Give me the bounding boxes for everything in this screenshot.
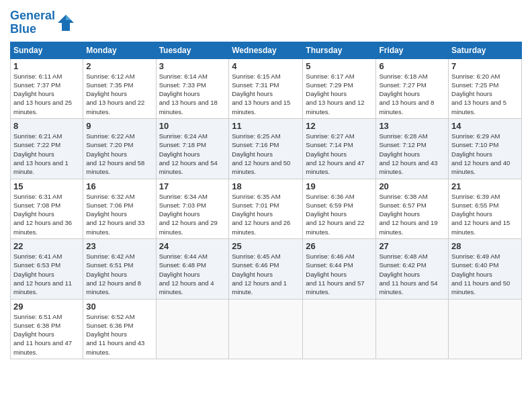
calendar-week-1: 1Sunrise: 6:11 AMSunset: 7:37 PMDaylight… — [11, 58, 522, 118]
day-info: Sunrise: 6:15 AMSunset: 7:31 PMDaylight … — [232, 72, 300, 116]
calendar-cell: 11Sunrise: 6:25 AMSunset: 7:16 PMDayligh… — [229, 119, 303, 179]
calendar-cell — [449, 299, 522, 359]
day-info: Sunrise: 6:11 AMSunset: 7:37 PMDaylight … — [13, 72, 80, 116]
day-number: 27 — [379, 241, 445, 251]
day-info: Sunrise: 6:51 AMSunset: 6:38 PMDaylight … — [13, 312, 80, 357]
logo-text: General — [10, 9, 55, 23]
day-info: Sunrise: 6:24 AMSunset: 7:18 PMDaylight … — [159, 132, 226, 176]
day-number: 5 — [306, 61, 373, 71]
day-info: Sunrise: 6:46 AMSunset: 6:44 PMDaylight … — [306, 252, 373, 296]
day-info: Sunrise: 6:18 AMSunset: 7:27 PMDaylight … — [379, 72, 445, 116]
calendar-cell: 29Sunrise: 6:51 AMSunset: 6:38 PMDayligh… — [11, 299, 83, 359]
calendar-cell: 1Sunrise: 6:11 AMSunset: 7:37 PMDaylight… — [11, 58, 83, 118]
day-info: Sunrise: 6:42 AMSunset: 6:51 PMDaylight … — [86, 252, 152, 296]
day-number: 18 — [232, 181, 300, 191]
calendar-cell: 24Sunrise: 6:44 AMSunset: 6:48 PMDayligh… — [156, 239, 229, 299]
calendar-cell: 25Sunrise: 6:45 AMSunset: 6:46 PMDayligh… — [229, 239, 303, 299]
calendar-cell: 12Sunrise: 6:27 AMSunset: 7:14 PMDayligh… — [303, 119, 376, 179]
day-info: Sunrise: 6:49 AMSunset: 6:40 PMDaylight … — [451, 252, 519, 296]
day-number: 13 — [379, 121, 445, 131]
day-number: 8 — [13, 121, 80, 131]
calendar-header-thursday: Thursday — [303, 42, 376, 58]
logo-blue: Blue — [10, 23, 55, 36]
day-number: 7 — [451, 61, 519, 71]
calendar-cell: 10Sunrise: 6:24 AMSunset: 7:18 PMDayligh… — [156, 119, 229, 179]
day-info: Sunrise: 6:41 AMSunset: 6:53 PMDaylight … — [13, 252, 80, 296]
calendar-header-saturday: Saturday — [449, 42, 522, 58]
calendar-cell — [156, 299, 229, 359]
day-info: Sunrise: 6:21 AMSunset: 7:22 PMDaylight … — [13, 132, 80, 176]
calendar-cell: 21Sunrise: 6:39 AMSunset: 6:55 PMDayligh… — [449, 179, 522, 238]
page: General Blue SundayMondayTuesdayWednesda… — [0, 0, 532, 411]
calendar-cell: 17Sunrise: 6:34 AMSunset: 7:03 PMDayligh… — [156, 179, 229, 238]
day-number: 24 — [159, 241, 226, 251]
day-number: 4 — [232, 61, 300, 71]
calendar-cell: 13Sunrise: 6:28 AMSunset: 7:12 PMDayligh… — [376, 119, 449, 179]
day-info: Sunrise: 6:12 AMSunset: 7:35 PMDaylight … — [86, 72, 152, 116]
calendar-header-tuesday: Tuesday — [156, 42, 229, 58]
day-number: 29 — [13, 302, 80, 312]
day-number: 20 — [379, 181, 445, 191]
calendar-cell: 9Sunrise: 6:22 AMSunset: 7:20 PMDaylight… — [83, 119, 156, 179]
calendar-cell: 23Sunrise: 6:42 AMSunset: 6:51 PMDayligh… — [83, 239, 156, 299]
day-number: 1 — [13, 61, 80, 71]
day-number: 16 — [86, 181, 152, 191]
day-info: Sunrise: 6:39 AMSunset: 6:55 PMDaylight … — [451, 192, 519, 236]
day-info: Sunrise: 6:45 AMSunset: 6:46 PMDaylight … — [232, 252, 300, 296]
day-info: Sunrise: 6:17 AMSunset: 7:29 PMDaylight … — [306, 72, 373, 116]
day-number: 30 — [86, 302, 152, 312]
calendar-cell: 27Sunrise: 6:48 AMSunset: 6:42 PMDayligh… — [376, 239, 449, 299]
calendar-cell: 20Sunrise: 6:38 AMSunset: 6:57 PMDayligh… — [376, 179, 449, 238]
calendar-cell: 15Sunrise: 6:31 AMSunset: 7:08 PMDayligh… — [11, 179, 83, 238]
calendar-cell: 16Sunrise: 6:32 AMSunset: 7:06 PMDayligh… — [83, 179, 156, 238]
calendar-table: SundayMondayTuesdayWednesdayThursdayFrid… — [10, 42, 522, 359]
day-info: Sunrise: 6:14 AMSunset: 7:33 PMDaylight … — [159, 72, 226, 116]
calendar-cell: 22Sunrise: 6:41 AMSunset: 6:53 PMDayligh… — [11, 239, 83, 299]
day-info: Sunrise: 6:38 AMSunset: 6:57 PMDaylight … — [379, 192, 445, 236]
day-info: Sunrise: 6:22 AMSunset: 7:20 PMDaylight … — [86, 132, 152, 176]
calendar-cell: 28Sunrise: 6:49 AMSunset: 6:40 PMDayligh… — [449, 239, 522, 299]
day-info: Sunrise: 6:29 AMSunset: 7:10 PMDaylight … — [451, 132, 519, 176]
logo-general: General — [10, 9, 55, 22]
day-info: Sunrise: 6:52 AMSunset: 6:36 PMDaylight … — [86, 312, 152, 357]
calendar-cell: 4Sunrise: 6:15 AMSunset: 7:31 PMDaylight… — [229, 58, 303, 118]
calendar-cell: 18Sunrise: 6:35 AMSunset: 7:01 PMDayligh… — [229, 179, 303, 238]
calendar-cell: 8Sunrise: 6:21 AMSunset: 7:22 PMDaylight… — [11, 119, 83, 179]
day-number: 15 — [13, 181, 80, 191]
calendar-header-sunday: Sunday — [11, 42, 83, 58]
day-number: 12 — [306, 121, 373, 131]
calendar-cell: 6Sunrise: 6:18 AMSunset: 7:27 PMDaylight… — [376, 58, 449, 118]
day-number: 2 — [86, 61, 152, 71]
calendar-cell: 14Sunrise: 6:29 AMSunset: 7:10 PMDayligh… — [449, 119, 522, 179]
calendar-cell: 2Sunrise: 6:12 AMSunset: 7:35 PMDaylight… — [83, 58, 156, 118]
calendar-cell — [376, 299, 449, 359]
day-number: 22 — [13, 241, 80, 251]
day-number: 11 — [232, 121, 300, 131]
calendar-cell: 26Sunrise: 6:46 AMSunset: 6:44 PMDayligh… — [303, 239, 376, 299]
logo: General Blue — [10, 9, 75, 36]
calendar-cell — [229, 299, 303, 359]
day-number: 26 — [306, 241, 373, 251]
calendar-cell — [303, 299, 376, 359]
day-number: 6 — [379, 61, 445, 71]
calendar-cell: 5Sunrise: 6:17 AMSunset: 7:29 PMDaylight… — [303, 58, 376, 118]
calendar-week-3: 15Sunrise: 6:31 AMSunset: 7:08 PMDayligh… — [11, 179, 522, 238]
day-number: 23 — [86, 241, 152, 251]
day-number: 14 — [451, 121, 519, 131]
header: General Blue — [10, 7, 522, 36]
svg-marker-1 — [66, 15, 71, 20]
day-info: Sunrise: 6:25 AMSunset: 7:16 PMDaylight … — [232, 132, 300, 176]
calendar-week-4: 22Sunrise: 6:41 AMSunset: 6:53 PMDayligh… — [11, 239, 522, 299]
logo-icon — [56, 13, 75, 32]
day-number: 9 — [86, 121, 152, 131]
calendar-cell: 7Sunrise: 6:20 AMSunset: 7:25 PMDaylight… — [449, 58, 522, 118]
calendar-header-friday: Friday — [376, 42, 449, 58]
day-number: 19 — [306, 181, 373, 191]
day-info: Sunrise: 6:34 AMSunset: 7:03 PMDaylight … — [159, 192, 226, 236]
day-info: Sunrise: 6:31 AMSunset: 7:08 PMDaylight … — [13, 192, 80, 236]
day-number: 28 — [451, 241, 519, 251]
day-number: 10 — [159, 121, 226, 131]
day-number: 3 — [159, 61, 226, 71]
day-number: 17 — [159, 181, 226, 191]
day-number: 21 — [451, 181, 519, 191]
